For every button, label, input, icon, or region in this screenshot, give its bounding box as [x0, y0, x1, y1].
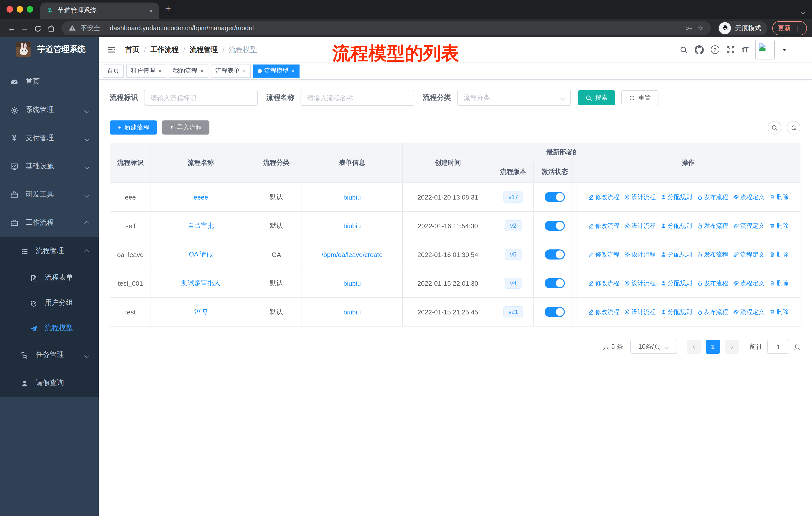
page-size-select[interactable]: 10条/页 — [630, 340, 677, 354]
process-name-link[interactable]: eeee — [194, 193, 208, 201]
prev-page-button[interactable]: ‹ — [687, 340, 701, 354]
active-toggle[interactable] — [545, 278, 565, 288]
action-delete[interactable]: 删除 — [769, 193, 789, 201]
sidebar-item-payment[interactable]: ¥ 支付管理 — [0, 124, 99, 152]
form-info-link[interactable]: /bpm/oa/leave/create — [322, 251, 383, 258]
action-edit-process[interactable]: 修改流程 — [588, 250, 619, 259]
action-design-process[interactable]: 设计流程 — [624, 221, 656, 230]
action-publish-process[interactable]: 发布流程 — [696, 279, 728, 288]
action-process-definition[interactable]: 流程定义 — [733, 250, 764, 259]
window-zoom-button[interactable] — [27, 6, 33, 12]
sidebar-item-devtools[interactable]: 研发工具 — [0, 181, 99, 209]
active-toggle[interactable] — [545, 192, 565, 202]
tag-process-form[interactable]: 流程表单 × — [211, 64, 251, 77]
action-edit-process[interactable]: 修改流程 — [588, 221, 619, 230]
action-process-definition[interactable]: 流程定义 — [733, 221, 764, 230]
tag-home[interactable]: 首页 — [103, 64, 124, 77]
action-assign-rule[interactable]: 分配规则 — [660, 193, 692, 201]
avatar[interactable] — [755, 40, 775, 59]
action-delete[interactable]: 删除 — [769, 250, 789, 259]
window-close-button[interactable] — [6, 6, 13, 12]
form-info-link[interactable]: biubiu — [343, 279, 361, 287]
action-edit-process[interactable]: 修改流程 — [588, 193, 619, 201]
tab-search-chevron-icon[interactable] — [802, 6, 805, 16]
next-page-button[interactable]: › — [725, 340, 739, 354]
tag-close-icon[interactable]: × — [158, 67, 162, 74]
fullscreen-icon[interactable] — [726, 45, 735, 54]
refresh-button[interactable] — [787, 121, 801, 134]
active-toggle[interactable] — [545, 307, 565, 317]
version-tag[interactable]: v5 — [505, 249, 521, 260]
browser-tab[interactable]: 芋道管理系统 × — [40, 2, 159, 19]
action-process-definition[interactable]: 流程定义 — [733, 308, 764, 316]
tag-close-icon[interactable]: × — [200, 67, 204, 74]
sidebar-collapse-icon[interactable] — [107, 45, 116, 55]
new-tab-button[interactable]: + — [165, 3, 171, 15]
tag-close-icon[interactable]: × — [291, 67, 295, 74]
action-design-process[interactable]: 设计流程 — [624, 308, 656, 316]
action-publish-process[interactable]: 发布流程 — [696, 221, 728, 230]
key-icon[interactable] — [685, 24, 692, 32]
breadcrumb-process-manage[interactable]: 流程管理 — [190, 45, 218, 54]
tag-my-process[interactable]: 我的流程 × — [169, 64, 208, 77]
action-assign-rule[interactable]: 分配规则 — [660, 250, 692, 259]
process-name-input[interactable] — [300, 90, 414, 106]
tag-process-model[interactable]: 流程模型 × — [253, 64, 299, 77]
version-tag[interactable]: v17 — [503, 191, 523, 202]
action-publish-process[interactable]: 发布流程 — [696, 308, 728, 316]
sidebar-item-task-manage[interactable]: 任务管理 — [0, 341, 99, 369]
caret-down-icon[interactable] — [782, 45, 787, 54]
action-edit-process[interactable]: 修改流程 — [588, 308, 619, 316]
action-design-process[interactable]: 设计流程 — [624, 250, 656, 259]
active-toggle[interactable] — [545, 249, 565, 260]
action-design-process[interactable]: 设计流程 — [624, 193, 656, 201]
sidebar-item-process-manage[interactable]: 流程管理 — [0, 237, 99, 265]
action-assign-rule[interactable]: 分配规则 — [660, 279, 692, 288]
bookmark-star-icon[interactable]: ☆ — [697, 23, 704, 32]
github-icon[interactable] — [695, 45, 704, 54]
action-design-process[interactable]: 设计流程 — [624, 279, 656, 288]
active-toggle[interactable] — [545, 221, 565, 231]
page-1-button[interactable]: 1 — [706, 340, 720, 354]
action-publish-process[interactable]: 发布流程 — [696, 250, 728, 259]
version-tag[interactable]: v4 — [505, 278, 521, 289]
tab-close-icon[interactable]: × — [149, 7, 153, 15]
back-icon[interactable]: ← — [5, 24, 18, 32]
action-edit-process[interactable]: 修改流程 — [588, 279, 619, 288]
version-tag[interactable]: v21 — [503, 306, 523, 318]
create-process-button[interactable]: 新建流程 — [110, 120, 157, 135]
home-icon[interactable] — [44, 23, 57, 32]
process-name-link[interactable]: 测试多审批人 — [181, 279, 221, 287]
font-size-icon[interactable]: tT — [742, 45, 748, 54]
action-delete[interactable]: 删除 — [769, 279, 789, 288]
goto-page-input[interactable] — [767, 340, 789, 354]
process-name-link[interactable]: 滔博 — [194, 308, 207, 316]
action-process-definition[interactable]: 流程定义 — [733, 193, 764, 201]
update-label[interactable]: 更新 — [778, 23, 791, 32]
tag-tenant-manage[interactable]: 租户管理 × — [126, 64, 166, 77]
process-category-select[interactable]: 流程分类 — [457, 90, 571, 106]
address-bar[interactable]: 不安全 dashboard.yudao.iocoder.cn/bpm/manag… — [61, 21, 711, 35]
process-name-link[interactable]: 自己审批 — [188, 222, 214, 229]
window-minimize-button[interactable] — [17, 6, 23, 12]
import-process-button[interactable]: 导入流程 — [162, 120, 209, 135]
help-icon[interactable]: ? — [711, 45, 719, 54]
security-label[interactable]: 不安全 — [81, 23, 100, 32]
reset-button[interactable]: 重置 — [621, 90, 659, 105]
sidebar-logo[interactable]: 芋道管理系统 — [0, 37, 99, 61]
version-tag[interactable]: v2 — [505, 220, 521, 231]
process-key-input[interactable] — [144, 90, 258, 106]
action-delete[interactable]: 删除 — [769, 308, 789, 316]
browser-update-button[interactable]: 更新 ⋮ — [772, 21, 807, 35]
forward-icon[interactable]: → — [18, 24, 31, 32]
action-process-definition[interactable]: 流程定义 — [733, 279, 764, 288]
sidebar-item-infrastructure[interactable]: 基础设施 — [0, 152, 99, 181]
sidebar-item-system[interactable]: 系统管理 — [0, 96, 99, 124]
sidebar-item-home[interactable]: 首页 — [0, 67, 99, 96]
sidebar-item-user-group[interactable]: 用户分组 — [0, 290, 99, 316]
process-name-link[interactable]: OA 请假 — [189, 250, 213, 258]
breadcrumb-home[interactable]: 首页 — [125, 45, 140, 54]
sidebar-item-workflow[interactable]: 工作流程 — [0, 209, 99, 237]
action-delete[interactable]: 删除 — [769, 221, 789, 230]
show-search-button[interactable] — [768, 121, 781, 134]
